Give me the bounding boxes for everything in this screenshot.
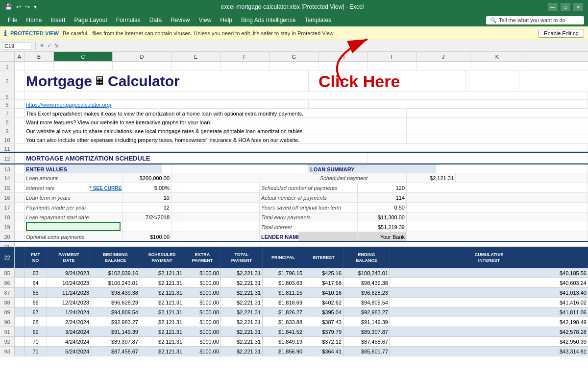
cell-e20[interactable]: [181, 232, 260, 241]
cell-e16[interactable]: [181, 193, 260, 202]
cell-cumint-5[interactable]: $42,198.49: [390, 317, 588, 327]
cell-total-8[interactable]: $2,221.31: [221, 347, 263, 356]
cell-date-7[interactable]: 4/24/2024: [47, 337, 91, 346]
cell-a-data-2[interactable]: [15, 288, 24, 297]
start-date-value[interactable]: 7/24/2018: [122, 212, 172, 222]
cell-cumint-6[interactable]: $42,578.28: [390, 327, 588, 336]
cell-a18[interactable]: [15, 212, 24, 222]
cell-interest-4[interactable]: $395.04: [304, 307, 343, 317]
cell-a2[interactable]: [15, 70, 24, 92]
cell-extra-4[interactable]: $100.00: [184, 307, 221, 317]
cell-total-0[interactable]: $2,221.31: [221, 268, 263, 278]
cell-principal-5[interactable]: $1,833.88: [263, 317, 304, 327]
cell-a9[interactable]: [15, 126, 24, 135]
cell-a6[interactable]: [15, 100, 24, 108]
cell-total-4[interactable]: $2,221.31: [221, 307, 263, 317]
cell-a1[interactable]: [15, 62, 24, 70]
cell-a8[interactable]: [15, 117, 24, 126]
cell-e13[interactable]: [172, 164, 309, 173]
cell-date-6[interactable]: 3/24/2024: [47, 327, 91, 336]
cell-principal-7[interactable]: $1,849.19: [263, 337, 304, 346]
cell-date-1[interactable]: 10/24/2023: [47, 278, 91, 287]
cell-c19[interactable]: [24, 222, 122, 232]
cell-a16[interactable]: [15, 193, 24, 202]
cancel-formula-icon[interactable]: ✕: [40, 43, 44, 49]
col-header-j[interactable]: J: [416, 52, 470, 61]
cell-interest-5[interactable]: $387.43: [304, 317, 343, 327]
cell-begbal-2[interactable]: $98,439.38: [91, 288, 140, 297]
loan-amount-value[interactable]: $200,000.00: [122, 173, 172, 183]
loan-term-value[interactable]: 10: [122, 193, 172, 202]
cell-cumint-4[interactable]: $41,811.06: [390, 307, 588, 317]
cell-begbal-1[interactable]: $100,243.01: [91, 278, 140, 287]
cell-d17[interactable]: [172, 203, 181, 212]
cell-f1[interactable]: [220, 62, 270, 70]
cell-endbal-3[interactable]: $94,809.54: [343, 298, 390, 307]
cell-j1[interactable]: [416, 62, 470, 70]
cell-extra-3[interactable]: $100.00: [184, 298, 221, 307]
selected-cell-c19[interactable]: [26, 222, 121, 231]
cell-sched-7[interactable]: $2,121.31: [140, 337, 184, 346]
cell-principal-2[interactable]: $1,811.15: [263, 288, 304, 297]
cell-sched-5[interactable]: $2,121.31: [140, 317, 184, 327]
cell-extra-7[interactable]: $100.00: [184, 337, 221, 346]
cell-d20[interactable]: [172, 232, 181, 241]
cell-begbal-7[interactable]: $89,307.87: [91, 337, 140, 346]
cell-b1[interactable]: [24, 62, 54, 70]
cell-endbal-5[interactable]: $91,149.39: [343, 317, 390, 327]
cell-a7[interactable]: [15, 109, 24, 117]
confirm-formula-icon[interactable]: ✓: [47, 43, 51, 49]
cell-interest-8[interactable]: $364.41: [304, 347, 343, 356]
cell-b21[interactable]: [15, 242, 588, 246]
cell-begbal-8[interactable]: $87,458.67: [91, 347, 140, 356]
see-current-link[interactable]: * SEE CURRENT *: [90, 186, 122, 191]
cell-a10[interactable]: [15, 135, 24, 143]
cell-rest19[interactable]: [407, 222, 588, 232]
cell-rest6[interactable]: [309, 100, 588, 108]
enable-editing-button[interactable]: Enable Editing: [539, 29, 584, 38]
cell-interest-7[interactable]: $372.12: [304, 337, 343, 346]
cell-principal-8[interactable]: $1,856.90: [263, 347, 304, 356]
maximize-button[interactable]: □: [561, 3, 570, 11]
cell-k1[interactable]: [470, 62, 524, 70]
undo-icon[interactable]: ↩: [16, 3, 21, 10]
cell-i1[interactable]: [368, 62, 416, 70]
col-header-h[interactable]: H: [318, 52, 368, 61]
cell-extra-8[interactable]: $100.00: [184, 347, 221, 356]
cell-pmt-8[interactable]: 71: [24, 347, 47, 356]
menu-help[interactable]: Help: [216, 16, 236, 24]
menu-page-layout[interactable]: Page Layout: [70, 16, 111, 24]
cell-g1[interactable]: [270, 62, 318, 70]
col-header-d[interactable]: D: [113, 52, 172, 61]
menu-bing-ads[interactable]: Bing Ads Intelligence: [237, 16, 299, 24]
menu-file[interactable]: File: [4, 16, 21, 24]
cell-principal-6[interactable]: $1,841.52: [263, 327, 304, 336]
cell-endbal-4[interactable]: $92,983.27: [343, 307, 390, 317]
cell-e19[interactable]: [172, 222, 181, 232]
cell-sched-1[interactable]: $2,121.31: [140, 278, 184, 287]
cell-d14[interactable]: [172, 173, 181, 183]
cell-total-7[interactable]: $2,221.31: [221, 337, 263, 346]
cell-begbal-3[interactable]: $96,628.23: [91, 298, 140, 307]
cell-principal-4[interactable]: $1,826.27: [263, 307, 304, 317]
cell-extra-5[interactable]: $100.00: [184, 317, 221, 327]
cell-a-data-5[interactable]: [15, 317, 24, 327]
cell-sched-8[interactable]: $2,121.31: [140, 347, 184, 356]
cell-a-data-3[interactable]: [15, 298, 24, 307]
cell-cumint-2[interactable]: $41,013.40: [390, 288, 588, 297]
cell-cumint-1[interactable]: $40,603.24: [390, 278, 588, 287]
cell-a-data-8[interactable]: [15, 347, 24, 356]
cell-endbal-1[interactable]: $98,439.38: [343, 278, 390, 287]
cell-rest14[interactable]: [456, 173, 588, 183]
cell-e15[interactable]: [181, 183, 260, 192]
cell-total-3[interactable]: $2,221.31: [221, 298, 263, 307]
cell-rest13[interactable]: [436, 164, 588, 173]
menu-view[interactable]: View: [195, 16, 216, 24]
cell-sched-0[interactable]: $2,121.31: [140, 268, 184, 278]
cell-a-data-7[interactable]: [15, 337, 24, 346]
see-current-cell[interactable]: * SEE CURRENT *: [88, 183, 122, 192]
menu-formulas[interactable]: Formulas: [112, 16, 145, 24]
cell-rest20[interactable]: [407, 232, 588, 241]
cell-e18[interactable]: [181, 212, 260, 222]
cell-cumint-3[interactable]: $41,416.02: [390, 298, 588, 307]
